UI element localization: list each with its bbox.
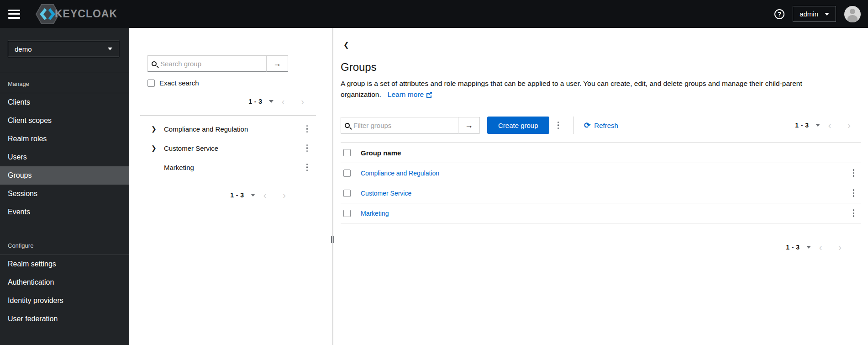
filter-groups-submit-button[interactable]: → (458, 117, 480, 133)
pagination-range: 1 - 3 (795, 122, 809, 129)
refresh-label: Refresh (594, 122, 618, 129)
groups-toolbar: → Create group ⟳ Refresh 1 - 3 ‹ › (341, 117, 861, 134)
group-link[interactable]: Compliance and Regulation (361, 170, 439, 177)
sidebar-item-events[interactable]: Events (0, 203, 129, 221)
pagination-menu-toggle[interactable]: 1 - 3 (786, 244, 811, 251)
exact-search-checkbox[interactable] (147, 80, 155, 87)
kebab-menu-icon[interactable] (850, 207, 857, 220)
layout: demo Manage Clients Client scopes Realm … (0, 28, 868, 345)
realm-selector[interactable]: demo (8, 41, 119, 57)
group-tree-panel: → Exact search 1 - 3 ‹ › ❯ Compliance an… (129, 28, 333, 345)
keycloak-logo: KEYCLOAK (36, 4, 117, 25)
sidebar-item-client-scopes[interactable]: Client scopes (0, 111, 129, 130)
chevron-down-icon (108, 48, 112, 50)
main-pagination-bottom: 1 - 3 ‹ › (333, 243, 850, 252)
user-menu-dropdown[interactable]: admin (793, 6, 836, 22)
main-panel: ❮ Groups A group is a set of attributes … (333, 28, 868, 345)
topbar-right: ? admin (774, 6, 861, 22)
tree-item[interactable]: ❯ Compliance and Regulation (140, 119, 316, 138)
help-icon[interactable]: ? (774, 9, 784, 19)
nav-section-manage: Manage (0, 72, 129, 93)
avatar[interactable] (844, 6, 861, 22)
pagination-range: 1 - 3 (786, 244, 800, 251)
learn-more-link[interactable]: Learn more (388, 90, 432, 98)
hamburger-menu-icon[interactable] (8, 10, 20, 19)
tree-item-label[interactable]: Compliance and Regulation (164, 125, 248, 133)
sidebar-item-clients[interactable]: Clients (0, 93, 129, 111)
tree-item[interactable]: Marketing (140, 158, 316, 177)
tree-item-label[interactable]: Marketing (164, 164, 194, 171)
previous-page-icon[interactable]: ‹ (274, 97, 293, 106)
filter-groups-box (341, 117, 458, 133)
page-description: A group is a set of attributes and role … (341, 78, 857, 100)
chevron-down-icon (806, 246, 811, 249)
topbar: KEYCLOAK ? admin (0, 0, 868, 28)
create-group-button[interactable]: Create group (487, 117, 549, 134)
kebab-menu-icon[interactable] (850, 186, 857, 200)
next-page-icon[interactable]: › (830, 243, 850, 252)
tree-item-label[interactable]: Customer Service (164, 144, 218, 152)
expand-chevron-icon[interactable]: ❯ (151, 125, 164, 133)
pagination-nav: ‹ › (811, 243, 850, 252)
back-row: ❮ (333, 28, 868, 51)
table-row: Customer Service (341, 183, 861, 203)
panel-splitter-handle[interactable] (331, 236, 335, 243)
group-search-input[interactable] (160, 60, 263, 68)
sidebar-item-realm-roles[interactable]: Realm roles (0, 130, 129, 148)
pagination-menu-toggle[interactable]: 1 - 3 (795, 122, 820, 129)
pagination-menu-toggle[interactable]: 1 - 3 (230, 191, 255, 199)
group-link[interactable]: Marketing (361, 210, 389, 217)
external-link-icon (426, 91, 432, 98)
pagination-range: 1 - 3 (230, 191, 244, 199)
kebab-menu-icon[interactable] (304, 142, 311, 155)
sidebar-item-groups[interactable]: Groups (0, 166, 129, 185)
main-pagination-top: 1 - 3 ‹ › (795, 121, 859, 130)
groups-table: Group name Compliance and Regulation Cus… (341, 142, 861, 223)
tree-pagination-top: 1 - 3 ‹ › (147, 97, 312, 106)
chevron-down-icon (815, 124, 820, 127)
search-icon (152, 61, 157, 66)
select-all-checkbox[interactable] (343, 149, 351, 156)
pagination-nav: ‹ › (820, 121, 859, 130)
search-icon (345, 123, 350, 128)
group-search-submit-button[interactable]: → (267, 55, 288, 72)
kebab-menu-icon[interactable] (304, 161, 311, 174)
tree-item[interactable]: ❯ Customer Service (140, 138, 316, 158)
sidebar-item-sessions[interactable]: Sessions (0, 185, 129, 203)
next-page-icon[interactable]: › (839, 121, 859, 130)
next-page-icon[interactable]: › (274, 191, 294, 200)
pagination-range: 1 - 3 (248, 98, 263, 105)
row-checkbox[interactable] (343, 210, 351, 217)
refresh-button[interactable]: ⟳ Refresh (584, 121, 618, 130)
realm-selector-area: demo (0, 28, 129, 72)
chevron-down-icon (825, 13, 829, 16)
sidebar-item-identity-providers[interactable]: Identity providers (0, 292, 129, 310)
next-page-icon[interactable]: › (293, 97, 312, 106)
nav-section-configure: Configure (0, 234, 129, 255)
filter-groups-input[interactable] (353, 122, 454, 129)
table-row: Marketing (341, 203, 861, 223)
sidebar-item-users[interactable]: Users (0, 148, 129, 166)
pagination-nav: ‹ › (274, 97, 312, 106)
sidebar-item-user-federation[interactable]: User federation (0, 310, 129, 328)
exact-search-row: Exact search (147, 79, 316, 87)
tree-pagination-bottom: 1 - 3 ‹ › (147, 191, 294, 200)
previous-page-icon[interactable]: ‹ (820, 121, 840, 130)
user-menu-label: admin (800, 10, 818, 18)
pagination-menu-toggle[interactable]: 1 - 3 (248, 98, 274, 105)
group-link[interactable]: Customer Service (361, 190, 411, 197)
sidebar-item-realm-settings[interactable]: Realm settings (0, 255, 129, 273)
divider (573, 117, 574, 134)
kebab-menu-icon[interactable] (555, 119, 562, 132)
expand-chevron-icon[interactable]: ❯ (151, 144, 164, 152)
kebab-menu-icon[interactable] (850, 166, 857, 180)
row-checkbox[interactable] (343, 190, 351, 197)
page-title: Groups (341, 61, 857, 74)
previous-page-icon[interactable]: ‹ (255, 191, 275, 200)
group-search-box (147, 55, 267, 72)
sidebar-item-authentication[interactable]: Authentication (0, 273, 129, 292)
back-chevron-icon[interactable]: ❮ (341, 39, 352, 51)
kebab-menu-icon[interactable] (304, 122, 311, 136)
row-checkbox[interactable] (343, 170, 351, 177)
previous-page-icon[interactable]: ‹ (811, 243, 831, 252)
